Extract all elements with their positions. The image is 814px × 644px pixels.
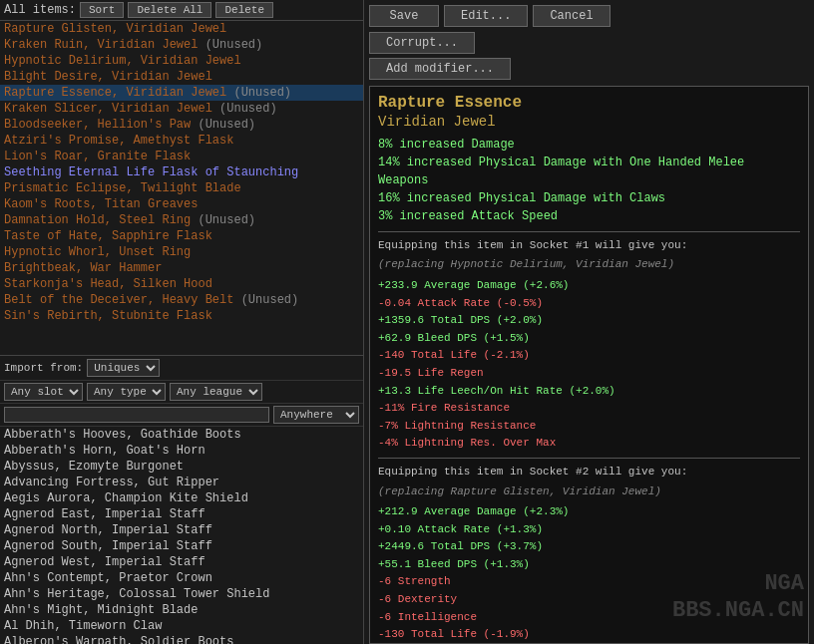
- socket-replacing: (replacing Rapture Glisten, Viridian Jew…: [378, 483, 800, 501]
- list-item[interactable]: Aegis Aurora, Champion Kite Shield: [0, 490, 363, 506]
- socket-stat: -7% Lightning Resistance: [378, 418, 800, 436]
- item-mod: 14% increased Physical Damage with One H…: [378, 154, 800, 189]
- searchable-list: Abberath's Hooves, Goathide BootsAbberat…: [0, 427, 363, 644]
- divider1: [378, 231, 800, 232]
- list-item[interactable]: Advancing Fortress, Gut Ripper: [0, 475, 363, 490]
- delete-all-button[interactable]: Delete All: [128, 2, 211, 18]
- main-container: All items: Sort Delete All Delete Raptur…: [0, 0, 814, 644]
- socket-stat: -19.5 Life Regen: [378, 365, 800, 383]
- socket-header: Equipping this item in Socket #1 will gi…: [378, 237, 800, 255]
- slot-filter[interactable]: Any slot: [4, 383, 83, 401]
- list-item[interactable]: Alberon's Warpath, Soldier Boots: [0, 634, 363, 644]
- socket-stat: -11% Fire Resistance: [378, 400, 800, 418]
- socket-stat: +2449.6 Total DPS (+3.7%): [378, 538, 800, 556]
- socket-stat: +0.10 Attack Rate (+1.3%): [378, 521, 800, 539]
- items-list-container[interactable]: Rapture Glisten, Viridian JewelKraken Ru…: [0, 21, 363, 355]
- divider2: [378, 458, 800, 459]
- list-item[interactable]: Lion's Roar, Granite Flask: [0, 149, 363, 164]
- list-item[interactable]: Kraken Ruin, Viridian Jewel (Unused): [0, 37, 363, 53]
- socket-stat: -4% Lightning Res. Over Max: [378, 435, 800, 453]
- list-item[interactable]: Belt of the Deceiver, Heavy Belt (Unused…: [0, 292, 363, 308]
- list-item[interactable]: Rapture Glisten, Viridian Jewel: [0, 21, 363, 37]
- list-item[interactable]: Ahn's Contempt, Praetor Crown: [0, 570, 363, 586]
- edit-button[interactable]: Edit...: [444, 5, 528, 27]
- list-item[interactable]: Sin's Rebirth, Stubnite Flask: [0, 308, 363, 324]
- socket-stat: +62.9 Bleed DPS (+1.5%): [378, 330, 800, 348]
- item-name: Rapture Essence: [378, 93, 800, 114]
- all-items-label: All items:: [4, 3, 76, 17]
- list-item[interactable]: Al Dhih, Timeworn Claw: [0, 618, 363, 634]
- socket2-section: Equipping this item in Socket #2 will gi…: [378, 464, 800, 644]
- corrupt-row: Corrupt...: [369, 32, 809, 54]
- list-item[interactable]: Prismatic Eclipse, Twilight Blade: [0, 180, 363, 196]
- sort-button[interactable]: Sort: [80, 2, 124, 18]
- socket-stat: +233.9 Average Damage (+2.6%): [378, 277, 800, 295]
- list-item[interactable]: Agnerod West, Imperial Staff: [0, 554, 363, 570]
- item-mod: 3% increased Attack Speed: [378, 207, 800, 225]
- list-item[interactable]: Ahn's Heritage, Colossal Tower Shield: [0, 586, 363, 602]
- list-item[interactable]: Bloodseeker, Hellion's Paw (Unused): [0, 117, 363, 133]
- item-detail: Rapture Essence Viridian Jewel 8% increa…: [369, 86, 809, 644]
- search-input[interactable]: [4, 407, 269, 423]
- list-item[interactable]: Ahn's Might, Midnight Blade: [0, 602, 363, 618]
- socket-stat: -6 Intelligence: [378, 609, 800, 627]
- league-filter[interactable]: Any league: [170, 383, 262, 401]
- list-item[interactable]: Damnation Hold, Steel Ring (Unused): [0, 212, 363, 228]
- socket-stat: -130 Total Life (-1.9%): [378, 626, 800, 644]
- socket-stat: -6 Strength: [378, 573, 800, 591]
- list-item[interactable]: Blight Desire, Viridian Jewel: [0, 69, 363, 85]
- list-item[interactable]: Atziri's Promise, Amethyst Flask: [0, 133, 363, 149]
- list-item[interactable]: Hypnotic Delirium, Viridian Jewel: [0, 53, 363, 69]
- socket-stat: +13.3 Life Leech/On Hit Rate (+2.0%): [378, 383, 800, 401]
- right-buttons-row: Save Edit... Cancel: [369, 5, 809, 27]
- import-from-label: Import from:: [4, 362, 83, 374]
- list-item[interactable]: Kaom's Roots, Titan Greaves: [0, 196, 363, 212]
- import-from-select[interactable]: Uniques Rares All: [87, 359, 160, 377]
- list-item[interactable]: Brightbeak, War Hammer: [0, 260, 363, 276]
- list-item[interactable]: Abberath's Hooves, Goathide Boots: [0, 427, 363, 443]
- add-modifier-row: Add modifier...: [369, 58, 809, 80]
- right-panel: Save Edit... Cancel Corrupt... Add modif…: [364, 0, 814, 644]
- socket-replacing: (replacing Hypnotic Delirium, Viridian J…: [378, 256, 800, 274]
- item-mod: 16% increased Physical Damage with Claws: [378, 189, 800, 207]
- search-row: Anywhere Name only: [0, 403, 363, 426]
- save-button[interactable]: Save: [369, 5, 439, 27]
- searchable-list-container[interactable]: Abberath's Hooves, Goathide BootsAbberat…: [0, 426, 363, 644]
- items-list: Rapture Glisten, Viridian JewelKraken Ru…: [0, 21, 363, 324]
- item-type: Viridian Jewel: [378, 114, 800, 130]
- list-item[interactable]: Hypnotic Whorl, Unset Ring: [0, 244, 363, 260]
- list-item[interactable]: Agnerod East, Imperial Staff: [0, 506, 363, 522]
- delete-button[interactable]: Delete: [215, 2, 273, 18]
- list-item[interactable]: Agnerod North, Imperial Staff: [0, 522, 363, 538]
- socket-stat: -0.04 Attack Rate (-0.5%): [378, 295, 800, 313]
- item-mod: 8% increased Damage: [378, 136, 800, 154]
- add-modifier-button[interactable]: Add modifier...: [369, 58, 511, 80]
- socket-header: Equipping this item in Socket #2 will gi…: [378, 464, 800, 482]
- socket-stat: +55.1 Bleed DPS (+1.3%): [378, 556, 800, 574]
- list-item[interactable]: Abberath's Horn, Goat's Horn: [0, 443, 363, 459]
- socket-stat: -6 Dexterity: [378, 591, 800, 609]
- list-item[interactable]: Starkonja's Head, Silken Hood: [0, 276, 363, 292]
- import-row: Import from: Uniques Rares All: [0, 355, 363, 380]
- item-mods: 8% increased Damage14% increased Physica…: [378, 136, 800, 225]
- socket-stat: -140 Total Life (-2.1%): [378, 347, 800, 365]
- list-item[interactable]: Rapture Essence, Viridian Jewel (Unused): [0, 85, 363, 101]
- socket1-section: Equipping this item in Socket #1 will gi…: [378, 237, 800, 453]
- socket-stat: +1359.6 Total DPS (+2.0%): [378, 312, 800, 330]
- top-bar: All items: Sort Delete All Delete: [0, 0, 363, 21]
- type-filter[interactable]: Any type: [87, 383, 166, 401]
- anywhere-select[interactable]: Anywhere Name only: [273, 406, 359, 424]
- socket-stat: +212.9 Average Damage (+2.3%): [378, 503, 800, 521]
- list-item[interactable]: Abyssus, Ezomyte Burgonet: [0, 459, 363, 475]
- corrupt-button[interactable]: Corrupt...: [369, 32, 475, 54]
- list-item[interactable]: Agnerod South, Imperial Staff: [0, 538, 363, 554]
- left-panel: All items: Sort Delete All Delete Raptur…: [0, 0, 364, 644]
- filter-row: Any slot Any type Any league: [0, 380, 363, 403]
- list-item[interactable]: Taste of Hate, Sapphire Flask: [0, 228, 363, 244]
- list-item[interactable]: Seething Eternal Life Flask of Staunchin…: [0, 164, 363, 180]
- cancel-button[interactable]: Cancel: [533, 5, 610, 27]
- list-item[interactable]: Kraken Slicer, Viridian Jewel (Unused): [0, 101, 363, 117]
